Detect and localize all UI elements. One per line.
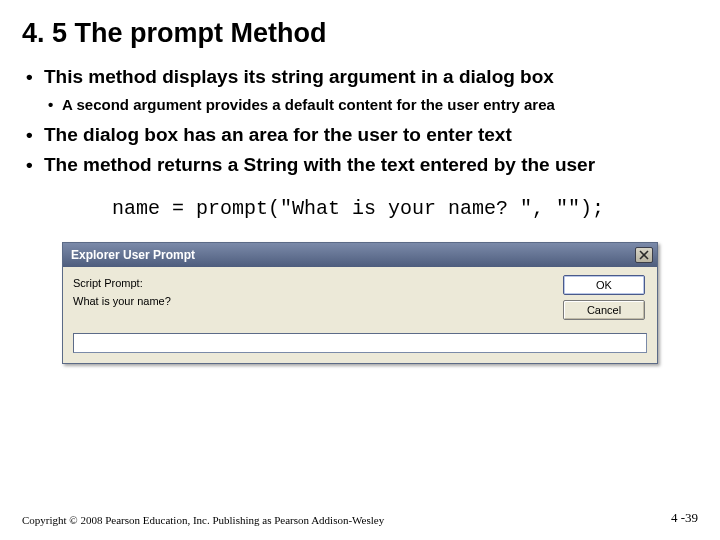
slide-title: 4. 5 The prompt Method	[22, 18, 698, 49]
close-button[interactable]	[635, 247, 653, 263]
dialog-body: Script Prompt: What is your name? OK Can…	[63, 267, 657, 363]
bullet-subitem: A second argument provides a default con…	[22, 95, 698, 114]
copyright-footer: Copyright © 2008 Pearson Education, Inc.…	[22, 514, 384, 526]
dialog-titlebar: Explorer User Prompt	[63, 243, 657, 267]
close-icon	[639, 250, 649, 260]
script-prompt-label: Script Prompt:	[73, 277, 549, 289]
ok-button[interactable]: OK	[563, 275, 645, 295]
prompt-message: What is your name?	[73, 295, 549, 307]
slide: 4. 5 The prompt Method This method displ…	[0, 0, 720, 540]
dialog-title: Explorer User Prompt	[71, 248, 195, 262]
bullet-item: The method returns a String with the tex…	[22, 153, 698, 177]
code-sample: name = prompt("What is your name? ", "")…	[112, 197, 698, 220]
bullet-item: The dialog box has an area for the user …	[22, 123, 698, 147]
page-number: 4 -39	[671, 510, 698, 526]
prompt-dialog: Explorer User Prompt Script Prompt: What…	[62, 242, 658, 364]
dialog-figure: Explorer User Prompt Script Prompt: What…	[62, 242, 658, 364]
cancel-button[interactable]: Cancel	[563, 300, 645, 320]
bullet-list: This method displays its string argument…	[22, 65, 698, 177]
bullet-item: This method displays its string argument…	[22, 65, 698, 89]
prompt-input[interactable]	[73, 333, 647, 353]
